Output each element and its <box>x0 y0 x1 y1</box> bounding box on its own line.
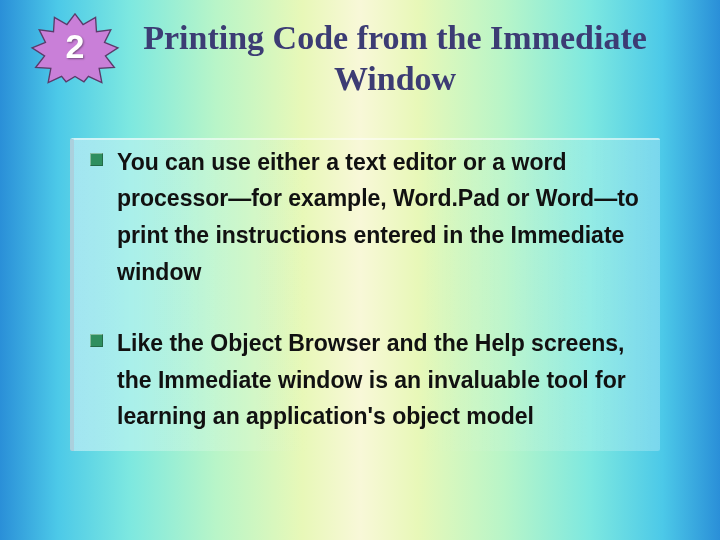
list-item: Like the Object Browser and the Help scr… <box>84 325 650 435</box>
square-bullet-icon <box>90 153 103 166</box>
body-panel: You can use either a text editor or a wo… <box>70 138 660 452</box>
square-bullet-icon <box>90 334 103 347</box>
list-item: You can use either a text editor or a wo… <box>84 144 650 291</box>
slide-title: Printing Code from the Immediate Window <box>130 18 660 100</box>
slide: 2 Printing Code from the Immediate Windo… <box>0 0 720 540</box>
badge-number: 2 <box>30 12 120 80</box>
badge: 2 <box>30 12 120 97</box>
bullet-text: Like the Object Browser and the Help scr… <box>117 325 650 435</box>
bullet-text: You can use either a text editor or a wo… <box>117 144 650 291</box>
